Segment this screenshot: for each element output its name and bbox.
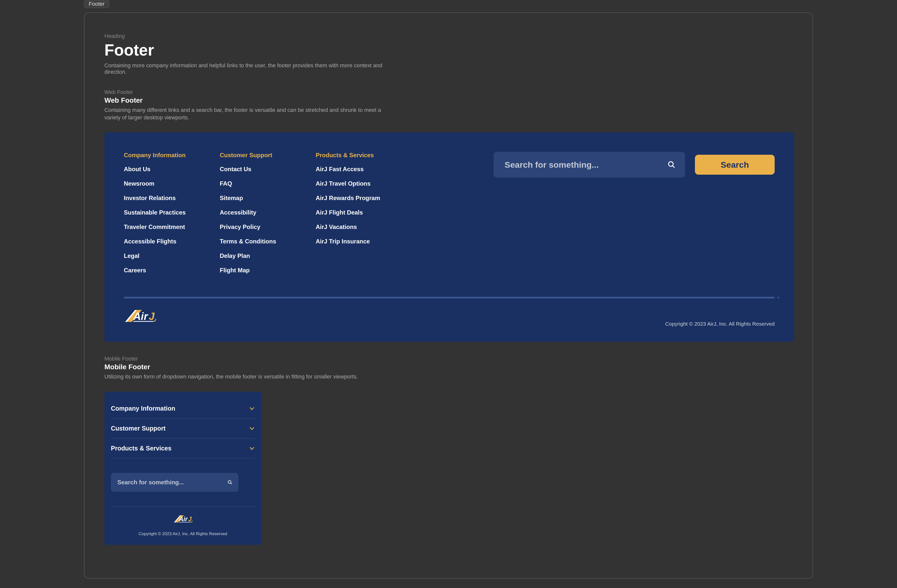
svg-line-5 xyxy=(231,483,232,484)
footer-link[interactable]: Accessibility xyxy=(220,209,316,216)
footer-link[interactable]: Careers xyxy=(124,267,220,274)
footer-link[interactable]: AirJ Flight Deals xyxy=(316,209,412,216)
search-button[interactable]: Search xyxy=(695,155,775,175)
svg-point-4 xyxy=(228,481,231,484)
mobile-footer-description: Utilizing its own form of dropdown navig… xyxy=(104,373,391,380)
web-footer-description: Containing many different links and a se… xyxy=(104,106,391,121)
footer-link[interactable]: Sitemap xyxy=(220,194,316,202)
footer-col-products: Products & Services AirJ Fast AccessAirJ… xyxy=(316,152,412,281)
footer-link[interactable]: AirJ Travel Options xyxy=(316,180,412,187)
search-icon xyxy=(228,480,233,485)
copyright-text: Copyright © 2023 AirJ, Inc. All Rights R… xyxy=(665,321,775,327)
svg-text:J: J xyxy=(188,516,192,522)
footer-link[interactable]: Terms & Conditions xyxy=(220,238,316,245)
svg-point-0 xyxy=(669,162,673,167)
svg-text:Air: Air xyxy=(179,516,188,522)
footer-link[interactable]: AirJ Vacations xyxy=(316,224,412,230)
chevron-down-icon xyxy=(249,446,255,452)
svg-text:J: J xyxy=(149,311,155,322)
web-footer-title: Web Footer xyxy=(104,96,793,104)
footer-link[interactable]: Contact Us xyxy=(220,166,316,173)
search-input[interactable] xyxy=(117,479,232,486)
web-footer-overline: Web Footer xyxy=(104,89,793,95)
footer-link[interactable]: Privacy Policy xyxy=(220,224,316,230)
footer-link[interactable]: Newsroom xyxy=(124,180,220,187)
accordion-row-title: Customer Support xyxy=(111,425,165,432)
accordion-row[interactable]: Products & Services xyxy=(111,438,255,458)
footer-link[interactable]: AirJ Rewards Program xyxy=(316,194,412,202)
divider xyxy=(124,297,775,299)
mobile-footer-component: Company InformationCustomer SupportProdu… xyxy=(104,392,262,545)
footer-link[interactable]: Legal xyxy=(124,253,220,259)
footer-link[interactable]: Accessible Flights xyxy=(124,238,220,245)
mobile-footer-sections: Company InformationCustomer SupportProdu… xyxy=(111,399,255,458)
brand-logo: Air J xyxy=(124,307,156,327)
search-box[interactable] xyxy=(494,152,685,178)
accordion-row[interactable]: Company Information xyxy=(111,399,255,419)
search-box[interactable] xyxy=(111,473,239,492)
web-footer-component: Company Information About UsNewsroomInve… xyxy=(104,132,794,342)
accordion-row[interactable]: Customer Support xyxy=(111,419,255,438)
mobile-footer-title: Mobile Footer xyxy=(104,363,793,371)
page-panel: Heading Footer Containing more company i… xyxy=(84,12,813,579)
footer-link[interactable]: Sustainable Practices xyxy=(124,209,220,216)
search-icon xyxy=(667,161,675,169)
page-description: Containing more company information and … xyxy=(104,62,403,75)
footer-col-title: Customer Support xyxy=(220,152,316,159)
footer-link[interactable]: Traveler Commitment xyxy=(124,224,220,230)
accordion-row-title: Company Information xyxy=(111,405,175,412)
search-input[interactable] xyxy=(505,160,674,170)
svg-text:Air: Air xyxy=(133,311,148,322)
tab-footer[interactable]: Footer xyxy=(84,0,109,8)
footer-link[interactable]: AirJ Trip Insurance xyxy=(316,238,412,245)
footer-link[interactable]: FAQ xyxy=(220,180,316,187)
footer-link[interactable]: Investor Relations xyxy=(124,194,220,202)
page-title: Footer xyxy=(104,41,793,59)
svg-line-1 xyxy=(672,166,675,168)
footer-link[interactable]: About Us xyxy=(124,166,220,173)
heading-overline: Heading xyxy=(104,33,793,39)
footer-col-links: About UsNewsroomInvestor RelationsSustai… xyxy=(124,166,220,274)
footer-link[interactable]: AirJ Fast Access xyxy=(316,166,412,173)
copyright-text: Copyright © 2023 AirJ, Inc. All Rights R… xyxy=(111,531,255,536)
footer-col-links: Contact UsFAQSitemapAccessibilityPrivacy… xyxy=(220,166,316,274)
chevron-down-icon xyxy=(249,406,255,412)
footer-link[interactable]: Delay Plan xyxy=(220,253,316,259)
mobile-footer-overline: Mobile Footer xyxy=(104,355,793,362)
footer-col-title: Company Information xyxy=(124,152,220,159)
divider xyxy=(111,506,255,507)
footer-link[interactable]: Flight Map xyxy=(220,267,316,274)
footer-col-links: AirJ Fast AccessAirJ Travel OptionsAirJ … xyxy=(316,166,412,245)
footer-col-title: Products & Services xyxy=(316,152,412,159)
brand-logo: Air J xyxy=(111,513,255,525)
footer-col-company: Company Information About UsNewsroomInve… xyxy=(124,152,220,281)
footer-col-support: Customer Support Contact UsFAQSitemapAcc… xyxy=(220,152,316,281)
accordion-row-title: Products & Services xyxy=(111,445,171,452)
chevron-down-icon xyxy=(249,426,255,432)
